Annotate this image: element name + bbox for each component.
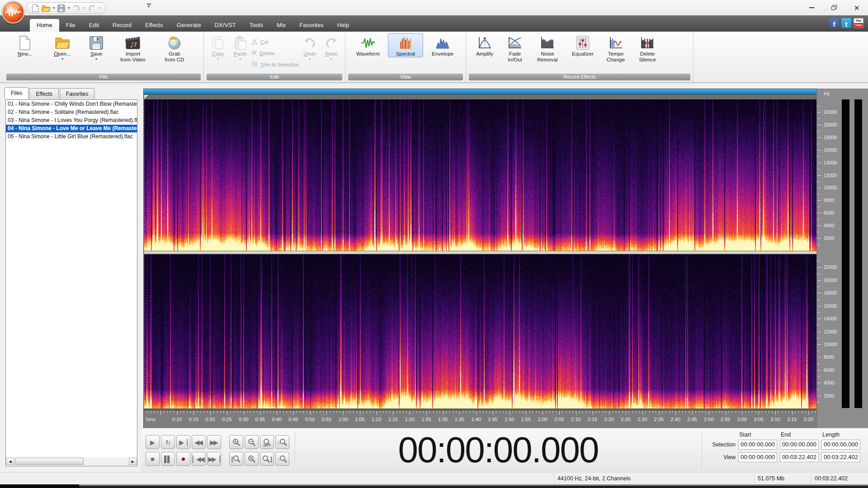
minimize-icon[interactable] — [800, 0, 823, 15]
tab-files[interactable]: Files — [5, 87, 28, 99]
go-to-start-button[interactable]: ▏◀◀ — [192, 452, 206, 466]
trim-to-selection-button[interactable]: Trim to Selection — [251, 59, 299, 70]
zoom-out-selection-button[interactable]: ] — [260, 452, 274, 466]
view-length-field[interactable]: 00:03:22.402 — [821, 452, 860, 462]
overview-scrollbar[interactable] — [144, 89, 816, 94]
spectrogram-channel-right[interactable] — [144, 254, 816, 408]
save-button[interactable]: Save ▾ — [81, 33, 111, 61]
equalizer-button[interactable]: Equalizer — [566, 33, 600, 57]
channel-divider[interactable] — [144, 251, 816, 254]
spectral-view-button[interactable]: Spectral — [388, 33, 423, 57]
zoom-to-selection-button[interactable]: [ — [229, 452, 243, 466]
time-label: 1:25 — [421, 417, 431, 422]
redo-dropdown-icon[interactable]: ▾ — [99, 6, 100, 10]
noise-removal-button[interactable]: Noise Removal — [529, 33, 566, 63]
redo-icon[interactable] — [88, 5, 96, 12]
time-tick — [722, 411, 722, 413]
waveform-view-button[interactable]: Waveform — [348, 33, 388, 57]
ribbon-tab-effects[interactable]: Effects — [138, 19, 170, 32]
zoom-vertical-in-button[interactable]: ↕ — [275, 435, 289, 449]
zoom-100-button[interactable]: 100 — [260, 435, 274, 449]
view-start-field[interactable]: 00:00:00.000 — [738, 452, 777, 462]
record-button[interactable]: ● — [176, 452, 190, 466]
save-dropdown-icon[interactable]: ▾ — [95, 57, 97, 61]
ribbon-tab-favorites[interactable]: Favorites — [292, 19, 330, 32]
youtube-icon[interactable]: You Tube — [854, 18, 863, 28]
undo-dropdown-icon[interactable]: ▾ — [309, 57, 311, 61]
ribbon-tab-file[interactable]: File — [59, 19, 82, 32]
marker-strip[interactable] — [144, 94, 816, 99]
fast-forward-button[interactable]: ▶▶ — [207, 435, 221, 449]
time-ruler[interactable]: hms 0:100:150:200:250:300:350:400:450:50… — [144, 411, 816, 428]
pause-button[interactable]: ▌▌ — [161, 452, 175, 466]
undo-icon[interactable] — [72, 5, 80, 12]
restore-icon[interactable] — [823, 0, 845, 15]
new-document-icon[interactable] — [32, 4, 39, 12]
loop-button[interactable]: ↻ — [161, 435, 175, 449]
grab-from-cd-button[interactable]: Grab from CD — [155, 33, 194, 63]
zoom-vertical-out-button[interactable]: ↕ — [275, 452, 289, 466]
file-list-item[interactable]: 01 - Nina Simone - Chilly Winds Don't Bl… — [6, 100, 137, 108]
go-to-end-button[interactable]: ▶▶▕ — [207, 452, 221, 466]
paste-dropdown-icon[interactable]: ▾ — [240, 57, 241, 61]
selection-length-field[interactable]: 00:00:00.000 — [821, 440, 860, 450]
open-folder-icon[interactable] — [42, 5, 50, 12]
ribbon-tab-tools[interactable]: Tools — [243, 19, 270, 32]
tab-effects[interactable]: Effects — [29, 88, 58, 99]
zoom-out-button[interactable] — [245, 435, 259, 449]
amplify-button[interactable]: Amplify — [469, 33, 500, 57]
ribbon-tab-dxvst[interactable]: DX/VST — [208, 19, 243, 32]
spectrogram-channel-left[interactable] — [144, 99, 816, 251]
rewind-button[interactable]: ◀◀ — [192, 435, 206, 449]
envelope-view-button[interactable]: Envelope — [423, 33, 462, 57]
save-floppy-icon[interactable] — [57, 5, 65, 12]
redo-dropdown-icon[interactable]: ▾ — [330, 57, 332, 61]
redo-button[interactable]: Redo ▾ — [321, 33, 342, 61]
file-list-item[interactable]: 04 - Nina Simone - Love Me or Leave Me (… — [6, 125, 137, 132]
zoom-in-button[interactable] — [229, 435, 243, 449]
play-to-end-button[interactable]: ▶▕ — [176, 435, 190, 449]
playback-cursor — [144, 99, 144, 408]
selection-end-field[interactable]: 00:00:00.000 — [780, 440, 819, 450]
play-button[interactable]: ▶ — [146, 435, 160, 449]
ribbon-tab-home[interactable]: Home — [30, 19, 59, 32]
undo-button[interactable]: Undo ▾ — [299, 33, 321, 61]
undo-dropdown-icon[interactable]: ▾ — [83, 6, 85, 10]
open-dropdown-icon[interactable]: ▾ — [61, 57, 63, 61]
save-dropdown-icon[interactable]: ▾ — [68, 6, 70, 10]
file-list-item[interactable]: 02 - Nina Simone - Solitaire (Remastered… — [6, 108, 137, 116]
scrollbar-thumb[interactable] — [15, 458, 84, 465]
scroll-left-icon[interactable]: ◀ — [6, 458, 14, 465]
delete-silence-button[interactable]: Delete Silence — [632, 33, 663, 63]
paste-button[interactable]: Paste ▾ — [229, 33, 252, 61]
ribbon-tab-help[interactable]: Help — [330, 19, 356, 32]
new-button[interactable]: New... — [6, 33, 43, 57]
copy-button[interactable]: Copy ▾ — [207, 33, 229, 61]
ribbon-tab-record[interactable]: Record — [106, 19, 138, 32]
tab-favorites[interactable]: Favorites — [60, 88, 94, 99]
facebook-icon[interactable]: f — [829, 18, 839, 28]
close-icon[interactable]: ✕ — [845, 0, 868, 15]
zoom-in-alt-button[interactable] — [245, 452, 259, 466]
delete-button[interactable]: Delete — [251, 47, 299, 59]
playhead-marker-icon[interactable] — [144, 95, 148, 99]
file-list-item[interactable]: 03 - Nina Simone - I Loves You Porgy (Re… — [6, 117, 137, 124]
ribbon-tab-generate[interactable]: Generate — [170, 19, 208, 32]
app-logo-waveform-icon[interactable] — [2, 1, 24, 23]
ribbon-tab-mix[interactable]: Mix — [270, 19, 292, 32]
cut-button[interactable]: Cut — [251, 36, 299, 47]
tempo-change-button[interactable]: Tempo Change — [600, 33, 632, 63]
scroll-right-icon[interactable]: ▶ — [129, 458, 137, 465]
fade-in-out-button[interactable]: Fade In/Out — [500, 33, 529, 63]
view-end-field[interactable]: 00:03:22.402 — [780, 452, 819, 462]
copy-dropdown-icon[interactable]: ▾ — [217, 57, 219, 61]
selection-start-field[interactable]: 00:00:00.000 — [738, 440, 777, 450]
open-dropdown-icon[interactable]: ▾ — [53, 6, 55, 10]
ribbon-tab-edit[interactable]: Edit — [82, 19, 106, 32]
twitter-icon[interactable]: t — [841, 18, 851, 28]
import-from-video-button[interactable]: ♪♪ Import from Video — [111, 33, 155, 63]
stop-button[interactable]: ■ — [146, 452, 160, 466]
file-list-item[interactable]: 05 - Nina Simone - Little Girl Blue (Rem… — [6, 133, 137, 141]
customize-quick-access-icon[interactable]: ▾ — [146, 4, 152, 8]
open-button[interactable]: Open... ▾ — [43, 33, 81, 61]
